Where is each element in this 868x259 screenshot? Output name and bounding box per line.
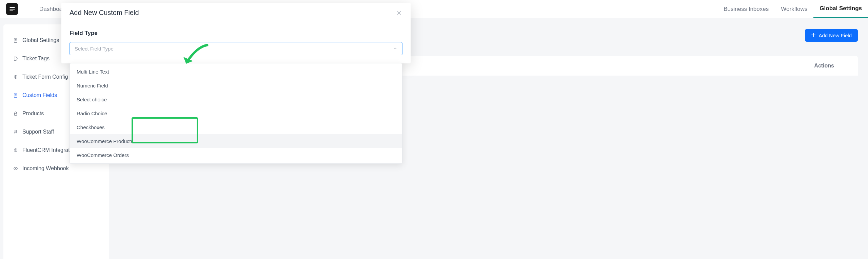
field-type-dropdown: Multi Line Text Numeric Field Select cho… [70, 63, 402, 164]
add-button-label: Add New Field [818, 33, 852, 38]
gear-icon [13, 74, 18, 80]
sidebar-item-label: Global Settings [22, 37, 59, 43]
nav-business-inboxes[interactable]: Business Inboxes [717, 0, 775, 18]
svg-point-4 [15, 76, 16, 78]
svg-point-13 [16, 167, 17, 169]
option-select-choice[interactable]: Select choice [70, 93, 402, 106]
svg-point-10 [14, 149, 17, 152]
option-woocommerce-products[interactable]: WooCommerce Products [70, 134, 402, 148]
modal-close-button[interactable] [396, 9, 402, 16]
field-type-label: Field Type [70, 30, 402, 37]
gear-icon [13, 147, 18, 153]
sidebar-item-label: Ticket Form Config [22, 74, 68, 80]
sidebar-item-label: Incoming Webhook [22, 165, 69, 172]
nav-workflows[interactable]: Workflows [775, 0, 813, 18]
file-icon [13, 38, 18, 43]
option-checkboxes[interactable]: Checkboxes [70, 120, 402, 134]
option-radio-choice[interactable]: Radio Choice [70, 106, 402, 120]
link-icon [13, 166, 18, 171]
add-new-field-button[interactable]: Add New Field [805, 29, 858, 42]
svg-point-9 [15, 130, 16, 132]
svg-point-3 [14, 76, 17, 79]
modal-header: Add New Custom Field [61, 3, 411, 23]
sidebar-item-label: Support Staff [22, 129, 54, 135]
sidebar-item-label: Products [22, 111, 44, 117]
table-header-actions: Actions [814, 63, 834, 69]
add-custom-field-modal: Add New Custom Field Field Type Select F… [61, 3, 411, 63]
select-placeholder: Select Field Type [75, 46, 114, 52]
modal-body: Field Type Select Field Type Multi Line … [61, 23, 411, 63]
app-logo[interactable] [6, 3, 18, 15]
lock-icon [13, 111, 18, 116]
option-multi-line-text[interactable]: Multi Line Text [70, 65, 402, 79]
user-icon [13, 129, 18, 135]
plus-icon [811, 33, 816, 38]
file-icon [13, 93, 18, 98]
sidebar-item-label: Ticket Tags [22, 56, 50, 62]
nav-global-settings[interactable]: Global Settings [813, 0, 868, 18]
sidebar-item-label: FluentCRM Integration [22, 147, 77, 153]
field-type-select[interactable]: Select Field Type [70, 42, 402, 55]
svg-rect-8 [15, 113, 17, 115]
tag-icon [13, 56, 18, 61]
sidebar-item-label: Custom Fields [22, 92, 57, 98]
chevron-up-icon [393, 46, 397, 52]
option-woocommerce-orders[interactable]: WooCommerce Orders [70, 148, 402, 162]
option-numeric-field[interactable]: Numeric Field [70, 79, 402, 93]
svg-point-11 [15, 150, 16, 151]
close-icon [397, 11, 401, 15]
svg-point-12 [14, 167, 16, 169]
modal-title: Add New Custom Field [70, 9, 139, 17]
logo-icon [9, 6, 16, 13]
